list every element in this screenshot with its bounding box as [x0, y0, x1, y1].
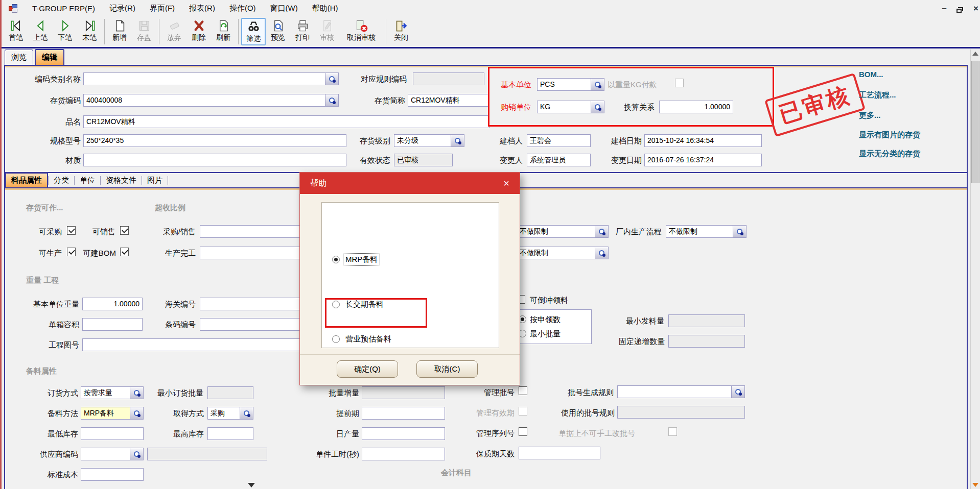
restore-button[interactable] — [953, 3, 966, 14]
last-record-button[interactable]: 末笔 — [77, 18, 102, 45]
menu-record[interactable]: 记录(R) — [102, 2, 143, 15]
scroll-down-icon[interactable] — [972, 483, 978, 487]
link-more[interactable]: 更多... — [859, 111, 881, 120]
link-show-unclassified[interactable]: 显示无分类的存货 — [859, 149, 920, 159]
conversion-field[interactable]: 1.00000 — [659, 101, 733, 113]
link-process-flow[interactable]: 工艺流程... — [859, 90, 896, 100]
lookup-icon[interactable] — [591, 79, 604, 90]
fixed-increment-field[interactable] — [668, 335, 745, 348]
menu-interface[interactable]: 界面(F) — [143, 2, 182, 15]
audit-button[interactable]: 审核 — [315, 18, 339, 45]
order-mode-combo[interactable]: 按需求量 — [81, 386, 144, 399]
discard-button[interactable]: 放弃 — [162, 18, 186, 45]
next-record-button[interactable]: 下笔 — [53, 18, 77, 45]
save-button[interactable]: 存盘 — [132, 18, 156, 45]
inventory-code-combo[interactable]: 400400008 — [83, 94, 339, 107]
min-order-batch-field[interactable] — [207, 386, 253, 399]
tab-edit[interactable]: 编辑 — [35, 49, 64, 65]
lookup-icon[interactable] — [591, 101, 604, 113]
link-bom[interactable]: BOM... — [859, 70, 883, 79]
lookup-icon[interactable] — [451, 135, 464, 146]
inventory-abbr-field[interactable]: CR12MOV精料 — [408, 94, 489, 107]
tab-browse[interactable]: 浏览 — [5, 50, 33, 65]
prev-record-button[interactable]: 上笔 — [28, 18, 53, 45]
min-issue-field[interactable] — [668, 314, 745, 327]
over-purchase-sale-field[interactable] — [200, 225, 312, 238]
subtab-qualification-files[interactable]: 资格文件 — [101, 174, 142, 187]
subtab-item-attributes[interactable]: 料品属性 — [5, 173, 48, 187]
restriction-combo-2[interactable]: 不做限制 — [517, 247, 609, 259]
pay-by-kg-checkbox[interactable] — [675, 79, 684, 87]
cancel-audit-button[interactable]: 取消审核 — [339, 18, 383, 45]
std-cost-field[interactable] — [81, 468, 144, 481]
lookup-icon[interactable] — [130, 387, 143, 399]
shelf-life-field[interactable] — [519, 447, 600, 459]
drawing-number-field[interactable] — [82, 338, 312, 351]
subtab-classification[interactable]: 分类 — [49, 174, 74, 187]
lookup-icon[interactable] — [733, 226, 746, 237]
menu-report[interactable]: 报表(R) — [182, 2, 222, 15]
menu-window[interactable]: 窗口(W) — [263, 2, 305, 15]
trade-unit-combo[interactable]: KG — [537, 101, 604, 113]
menu-operation[interactable]: 操作(O) — [222, 2, 263, 15]
product-name-field[interactable]: CR12MOV精料 — [83, 115, 489, 128]
subtab-images[interactable]: 图片 — [142, 174, 168, 187]
dialog-ok-button[interactable]: 确定(Q) — [337, 360, 398, 378]
category-name-combo[interactable] — [83, 72, 339, 85]
print-button[interactable]: 打印 — [290, 18, 315, 45]
dialog-cancel-button[interactable]: 取消(C) — [416, 360, 478, 378]
spec-field[interactable]: 250*240*35 — [83, 134, 346, 147]
batch-rule-combo[interactable] — [617, 385, 745, 398]
material-field[interactable] — [83, 154, 346, 166]
base-unit-combo[interactable]: PCS — [537, 78, 604, 91]
supplier-code-combo[interactable] — [81, 448, 144, 460]
manage-serial-checkbox[interactable] — [519, 427, 527, 436]
sellable-checkbox[interactable] — [120, 226, 129, 235]
subtab-units[interactable]: 单位 — [75, 174, 100, 187]
menu-tgroup-erp[interactable]: T-GROUP ERP(E) — [25, 2, 102, 15]
restriction-combo-1[interactable]: 不做限制 — [517, 225, 609, 238]
max-stock-field[interactable] — [207, 427, 253, 440]
unit-time-field[interactable] — [362, 448, 445, 460]
preview-button[interactable]: 预览 — [266, 18, 290, 45]
lookup-icon[interactable] — [595, 247, 608, 259]
base-unit-weight-field[interactable]: 1.00000 — [82, 298, 143, 310]
new-button[interactable]: 新增 — [107, 18, 132, 45]
lookup-icon[interactable] — [731, 386, 744, 398]
refresh-button[interactable]: 刷新 — [211, 18, 236, 45]
option-sales-forecast-label[interactable]: 营业预估备料 — [345, 334, 391, 344]
close-window-button[interactable]: × — [969, 3, 980, 14]
lookup-icon[interactable] — [240, 407, 253, 419]
link-show-with-images[interactable]: 显示有图片的存货 — [859, 130, 920, 140]
acquire-mode-combo[interactable]: 采购 — [207, 407, 253, 420]
can-build-bom-checkbox[interactable] — [120, 248, 129, 256]
manage-batch-checkbox[interactable] — [519, 386, 527, 395]
filter-button[interactable]: 筛选 — [241, 18, 266, 45]
lookup-icon[interactable] — [130, 407, 143, 419]
no-manual-batch-checkbox[interactable] — [668, 427, 677, 436]
option-sales-forecast-radio[interactable] — [332, 335, 340, 343]
barcode-field[interactable] — [200, 318, 312, 331]
box-volume-field[interactable] — [82, 318, 143, 331]
scroll-up-icon[interactable] — [972, 52, 978, 56]
first-record-button[interactable]: 首笔 — [4, 18, 28, 45]
vertical-scrollbar[interactable] — [970, 50, 980, 489]
inventory-level-combo[interactable]: 未分级 — [394, 134, 464, 147]
lead-time-field[interactable] — [362, 407, 445, 420]
minimize-button[interactable]: – — [938, 3, 951, 14]
dialog-close-icon[interactable]: × — [499, 177, 514, 190]
lookup-icon[interactable] — [325, 94, 338, 106]
lookup-icon[interactable] — [130, 448, 143, 460]
factory-flow-combo[interactable]: 不做限制 — [666, 225, 746, 238]
over-production-field[interactable] — [200, 247, 312, 259]
manage-expiry-checkbox[interactable] — [519, 407, 527, 415]
rule-code-field[interactable] — [413, 72, 484, 85]
option-mrp-radio[interactable] — [332, 256, 340, 263]
min-stock-field[interactable] — [81, 427, 144, 440]
prep-method-combo[interactable]: MRP备料 — [81, 407, 144, 420]
daily-output-field[interactable] — [362, 427, 445, 440]
batch-increment-field[interactable] — [362, 386, 445, 399]
close-button[interactable]: 关闭 — [389, 18, 413, 45]
lookup-icon[interactable] — [325, 73, 338, 85]
producible-checkbox[interactable] — [67, 248, 76, 256]
